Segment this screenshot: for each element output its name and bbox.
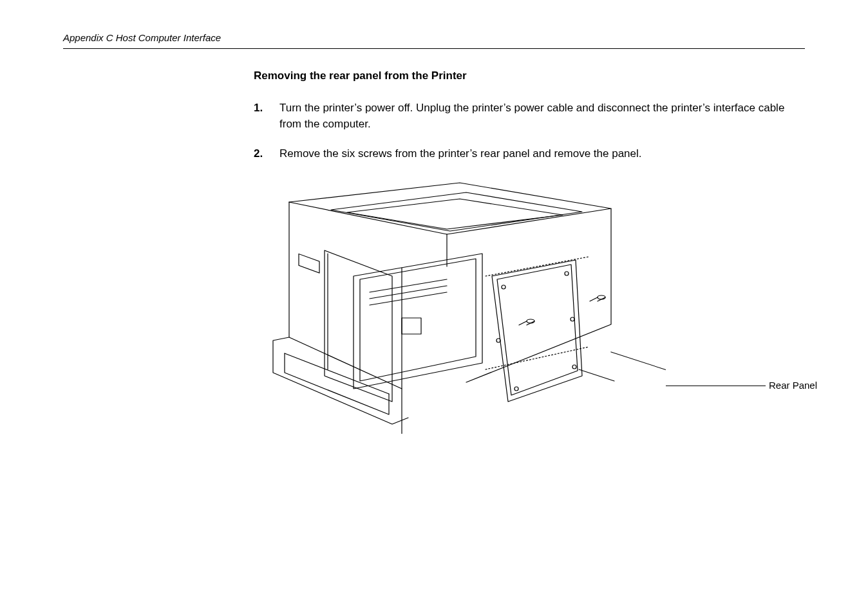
svg-point-4 (572, 365, 576, 369)
step-text: Remove the six screws from the printer’s… (279, 146, 805, 162)
svg-point-3 (565, 272, 569, 275)
callout-leader-line (666, 386, 766, 386)
svg-point-6 (496, 339, 500, 342)
svg-point-7 (571, 317, 574, 321)
svg-line-10 (598, 297, 605, 301)
svg-line-12 (519, 321, 527, 325)
printer-diagram (254, 176, 672, 434)
step-item-2: 2. Remove the six screws from the printe… (254, 146, 805, 162)
step-list: 1. Turn the printer’s power off. Unplug … (254, 100, 805, 162)
svg-line-15 (486, 347, 589, 369)
svg-rect-1 (402, 318, 421, 334)
svg-line-14 (486, 257, 589, 276)
svg-rect-0 (299, 254, 319, 273)
svg-line-16 (579, 369, 614, 381)
section-title: Removing the rear panel from the Printer (254, 70, 805, 82)
step-text: Turn the printer’s power off. Unplug the… (279, 100, 805, 132)
running-header: Appendix C Host Computer Interface (63, 32, 805, 49)
main-content: Removing the rear panel from the Printer… (254, 70, 805, 424)
step-item-1: 1. Turn the printer’s power off. Unplug … (254, 100, 805, 132)
callout-rear-panel: Rear Panel (769, 380, 817, 391)
figure: Rear Panel (254, 176, 805, 424)
svg-point-5 (514, 387, 518, 391)
step-number: 1. (254, 100, 279, 132)
step-number: 2. (254, 146, 279, 162)
svg-line-9 (590, 297, 598, 301)
svg-line-13 (527, 321, 534, 325)
svg-point-11 (527, 319, 534, 323)
svg-point-2 (502, 285, 505, 289)
svg-point-8 (598, 295, 605, 299)
